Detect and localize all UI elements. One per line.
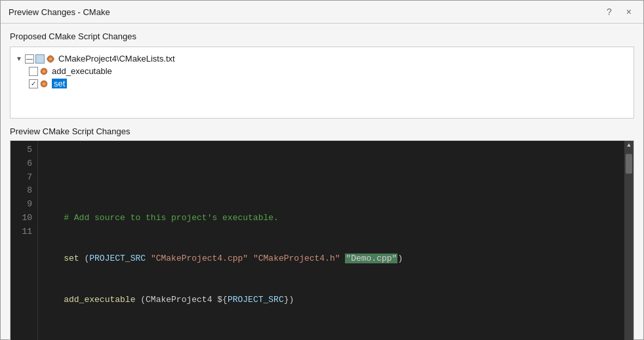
- svg-rect-5: [53, 58, 55, 59]
- tree-expand-arrow[interactable]: ▼: [14, 54, 24, 64]
- line-numbers: 5 6 7 8 9 10 11: [10, 141, 38, 340]
- svg-point-7: [43, 69, 46, 73]
- tree-addexec-label: add_executable: [52, 66, 112, 76]
- tree-checkbox-set[interactable]: [29, 79, 38, 88]
- code-content: 5 6 7 8 9 10 11 # Add source to this pro…: [10, 141, 634, 340]
- str-demo: "Demo.cpp": [345, 254, 397, 263]
- line-num: 8: [16, 184, 32, 198]
- code-line-7: set (PROJECT_SRC "CMakeProject4.cpp" "CM…: [43, 252, 619, 266]
- tree-row: add_executable: [29, 65, 630, 77]
- comment: # Add source to this project's executabl…: [64, 213, 279, 223]
- dialog: Preview Changes - CMake ? × Proposed CMa…: [0, 0, 644, 340]
- code-line-5: [43, 171, 619, 185]
- line-num: 7: [16, 171, 32, 185]
- line-num: 6: [16, 157, 32, 171]
- scroll-up-arrow[interactable]: ▲: [624, 141, 634, 150]
- var-project-src: PROJECT_SRC: [89, 254, 146, 263]
- tree-row: ▼ — CMakeProject4\CMakeLists.txt: [14, 52, 630, 65]
- line-num: 9: [16, 198, 32, 212]
- code-panel: 5 6 7 8 9 10 11 # Add source to this pro…: [10, 140, 634, 340]
- tree-root-label: CMakeProject4\CMakeLists.txt: [58, 54, 175, 64]
- cmake-icon-2: [39, 67, 49, 76]
- title-bar-actions: ? ×: [603, 6, 635, 18]
- proposed-section-label: Proposed CMake Script Changes: [10, 31, 634, 41]
- dialog-title: Preview Changes - CMake: [9, 7, 110, 17]
- help-button[interactable]: ?: [603, 6, 616, 18]
- svg-rect-3: [50, 61, 50, 63]
- main-content: Proposed CMake Script Changes ▼ —: [1, 24, 643, 340]
- preview-section-label: Preview CMake Script Changes: [10, 126, 634, 136]
- var-src: PROJECT_SRC: [228, 295, 284, 305]
- str1: "CMakeProject4.cpp": [151, 254, 248, 263]
- str2: "CMakeProject4.h": [253, 254, 340, 263]
- file-icon: [35, 54, 45, 64]
- func-set: set: [64, 254, 79, 263]
- title-bar: Preview Changes - CMake ? ×: [1, 1, 643, 24]
- svg-rect-2: [50, 55, 50, 57]
- svg-rect-4: [47, 58, 49, 59]
- svg-point-9: [43, 82, 46, 85]
- tree-panel: ▼ — CMakeProject4\CMakeLists.txt: [10, 47, 634, 119]
- cmake-icon: [46, 54, 55, 64]
- tree-checkbox-root[interactable]: —: [25, 54, 34, 64]
- line-num: 11: [16, 225, 32, 239]
- func-addexec: add_executable: [64, 295, 135, 305]
- tree-set-label[interactable]: set: [52, 79, 67, 88]
- code-line-9: [43, 334, 619, 340]
- svg-point-1: [49, 57, 52, 60]
- line-num: 10: [16, 212, 32, 225]
- code-line-6: # Add source to this project's executabl…: [43, 212, 619, 225]
- tree-checkbox-addexec[interactable]: [29, 67, 38, 76]
- cmake-icon-3: [39, 79, 49, 88]
- code-line-8: add_executable (CMakeProject4 ${PROJECT_…: [43, 293, 619, 307]
- code-lines: # Add source to this project's executabl…: [38, 141, 624, 340]
- scrollbar-thumb[interactable]: [626, 154, 632, 174]
- vertical-scrollbar[interactable]: ▲ ▼: [624, 141, 634, 340]
- tree-row: set: [29, 77, 630, 90]
- line-num: 5: [16, 143, 32, 157]
- close-button[interactable]: ×: [622, 6, 635, 18]
